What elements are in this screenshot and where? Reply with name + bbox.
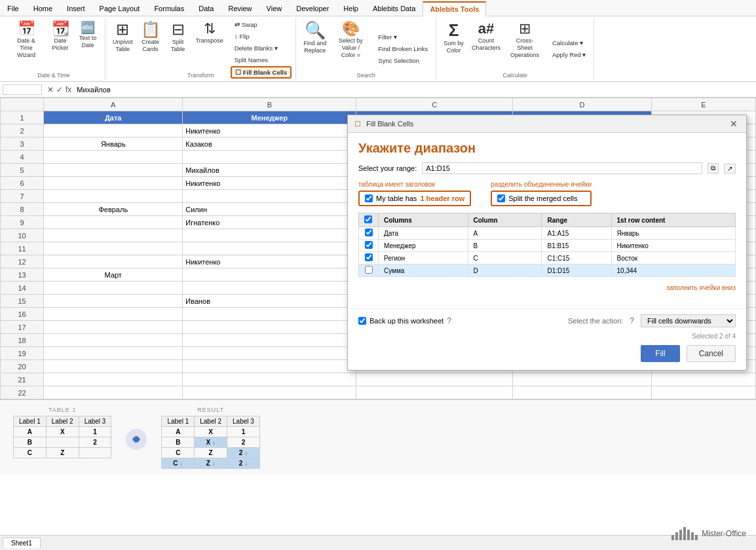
select-by-value-button[interactable]: 🎨 Select byValue / Color = <box>331 19 370 61</box>
cell-a8[interactable]: Февраль <box>44 203 183 216</box>
search-small-buttons: Filter ▾ Find Broken Links Sync Selectio… <box>374 19 432 79</box>
date-picker-button[interactable]: 📆 DatePicker <box>47 19 73 54</box>
col-header-b[interactable]: B <box>183 98 356 111</box>
row-num-9: 9 <box>1 216 44 229</box>
cell-b8[interactable]: Силин <box>183 203 356 216</box>
cell-b12[interactable]: Никитенко <box>183 255 356 268</box>
cell-b4[interactable] <box>183 151 356 164</box>
action-help-icon[interactable]: ? <box>630 316 634 325</box>
cell-b7[interactable] <box>183 190 356 203</box>
cell-a11[interactable] <box>44 242 183 255</box>
merged-cells-checkbox[interactable] <box>497 194 505 202</box>
confirm-formula-icon[interactable]: ✓ <box>56 85 63 94</box>
col-header-a[interactable]: A <box>44 98 183 111</box>
header-row-checkbox[interactable] <box>365 194 373 202</box>
cell-b1[interactable]: Менеджер <box>183 111 356 124</box>
cell-a5[interactable] <box>44 164 183 177</box>
tab-home[interactable]: Home <box>26 1 60 16</box>
count-chars-button[interactable]: a# CountCharacters <box>468 19 504 54</box>
tab-help[interactable]: Help <box>336 1 366 16</box>
tab-insert[interactable]: Insert <box>60 1 92 16</box>
sync-selection-button[interactable]: Sync Selection <box>374 55 432 66</box>
sheet-tab-1[interactable]: Sheet1 <box>3 538 41 548</box>
create-cards-button[interactable]: 📋 CreateCards <box>138 19 164 56</box>
cell-b13[interactable] <box>183 268 356 282</box>
find-replace-button[interactable]: 🔍 Find andReplace <box>300 19 330 57</box>
backup-help-icon[interactable]: ? <box>447 316 451 325</box>
select-all-checkbox[interactable] <box>364 215 372 223</box>
col-first-2: Никитенко <box>611 240 735 252</box>
cell-b9[interactable]: Игнатенко <box>183 216 356 229</box>
action-select[interactable]: Fill cells downwards Fill cells upwards <box>641 314 736 327</box>
delete-blanks-button[interactable]: Delete Blanks ▾ <box>231 43 292 54</box>
tab-developer[interactable]: Developer <box>289 1 336 16</box>
tab-ablebits-data[interactable]: Ablebits Data <box>366 1 423 16</box>
col-check-1[interactable] <box>365 229 373 236</box>
dialog-close-button[interactable]: ✕ <box>728 119 740 129</box>
formula-input[interactable] <box>74 85 753 94</box>
tab-formulas[interactable]: Formulas <box>147 1 191 16</box>
cell-b10[interactable] <box>183 229 356 242</box>
find-broken-links-button[interactable]: Find Broken Links <box>374 43 432 54</box>
col-check-3[interactable] <box>365 253 373 261</box>
col-header-c[interactable]: C <box>356 98 513 111</box>
cell-reference-input[interactable] <box>3 84 42 95</box>
result-cell: B <box>162 437 195 448</box>
range-input[interactable] <box>422 162 702 174</box>
tab-page-layout[interactable]: Page Layout <box>92 1 147 16</box>
range-expand-button[interactable]: ↗ <box>724 164 736 174</box>
text-to-date-button[interactable]: 🔤 Text toDate <box>75 19 101 52</box>
backup-worksheet-checkbox[interactable] <box>358 317 366 325</box>
sum-by-color-button[interactable]: Σ Sum byColor <box>440 19 467 57</box>
cross-sheet-button[interactable]: ⊞ Cross-SheetOperations <box>505 19 544 61</box>
cell-b14[interactable] <box>183 282 356 295</box>
corner-cell <box>1 98 44 111</box>
tab-file[interactable]: File <box>0 1 26 16</box>
split-table-button[interactable]: ⊟ SplitTable <box>165 19 191 56</box>
cell-a4[interactable] <box>44 151 183 164</box>
cell-b5[interactable]: Михайлов <box>183 164 356 177</box>
filter-button[interactable]: Filter ▾ <box>374 31 432 43</box>
fill-button[interactable]: Fill <box>641 345 679 362</box>
tab-data[interactable]: Data <box>191 1 221 16</box>
cell-b6[interactable]: Никитенко <box>183 177 356 190</box>
cell-b3[interactable]: Казаков <box>183 138 356 151</box>
cell-a15[interactable] <box>44 295 183 308</box>
cell-a14[interactable] <box>44 282 183 295</box>
transpose-button[interactable]: ⇅ Transpose <box>193 19 227 47</box>
unpivot-table-button[interactable]: ⊞ UnpivotTable <box>109 19 136 56</box>
flip-button[interactable]: ↕ Flip <box>231 31 292 42</box>
cell-a3[interactable]: Январь <box>44 138 183 151</box>
tab-ablebits-tools[interactable]: Ablebits Tools <box>423 1 486 16</box>
split-names-button[interactable]: Split Names <box>231 54 292 65</box>
cell-b2[interactable]: Никитенко <box>183 124 356 138</box>
swap-button[interactable]: ⇄ Swap <box>231 19 292 30</box>
cell-a9[interactable] <box>44 216 183 229</box>
cancel-button[interactable]: Cancel <box>687 345 736 362</box>
tab-review[interactable]: Review <box>221 1 259 16</box>
result-title: RESULT <box>161 407 259 413</box>
cell-a10[interactable] <box>44 229 183 242</box>
cell-a12[interactable] <box>44 255 183 268</box>
cell-a2[interactable] <box>44 124 183 138</box>
col-letter-3: C <box>468 252 542 265</box>
col-check-2[interactable] <box>365 241 373 249</box>
cell-a6[interactable] <box>44 177 183 190</box>
col-check-4[interactable] <box>365 266 373 274</box>
insert-function-icon[interactable]: fx <box>66 85 71 94</box>
col-header-e[interactable]: E <box>651 98 755 111</box>
cell-b11[interactable] <box>183 242 356 255</box>
cell-b15[interactable]: Иванов <box>183 295 356 308</box>
cell-a13[interactable]: Март <box>44 268 183 282</box>
tab-view[interactable]: View <box>259 1 290 16</box>
apply-red-button[interactable]: Apply Red ▾ <box>548 49 590 60</box>
date-time-wizard-button[interactable]: 📅 Date &Time Wizard <box>7 19 46 61</box>
result-cell: X <box>195 427 227 437</box>
col-header-d[interactable]: D <box>512 98 651 111</box>
cell-a1[interactable]: Дата <box>44 111 183 124</box>
cell-a7[interactable] <box>44 190 183 203</box>
cancel-formula-icon[interactable]: ✕ <box>47 85 54 94</box>
range-select-button[interactable]: ⧉ <box>708 163 719 174</box>
calculate-small-button[interactable]: Calculate ▾ <box>548 37 590 48</box>
row-num-4: 4 <box>1 151 44 164</box>
